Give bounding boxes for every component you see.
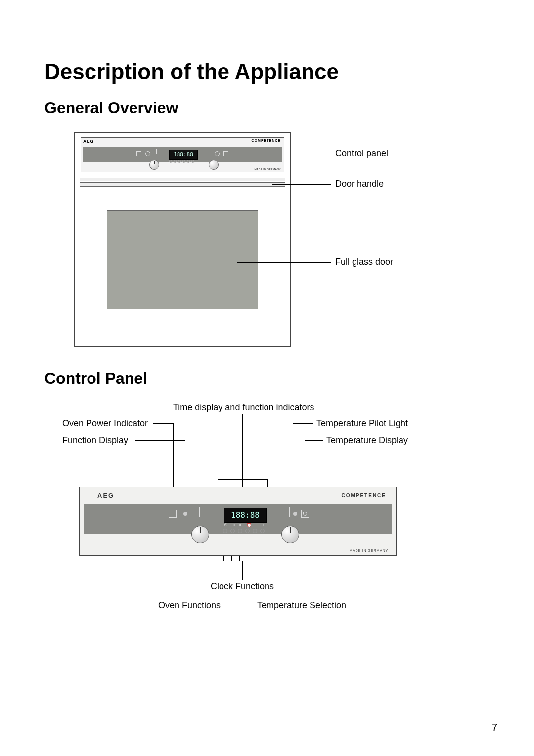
function-indicator-row: ⏲⇥⇤⏰−+ xyxy=(224,523,264,527)
leader-line xyxy=(305,440,323,441)
page-title: Description of the Appliance xyxy=(44,59,499,84)
clock-function-buttons xyxy=(223,529,265,533)
right-rule xyxy=(499,30,499,736)
function-display-icon xyxy=(183,512,187,516)
temperature-pilot-light-icon xyxy=(293,512,297,516)
label-temperature-selection: Temperature Selection xyxy=(257,600,346,611)
made-in-label: MADE IN GERMANY xyxy=(349,549,388,552)
section-control-panel: Control Panel xyxy=(44,369,499,388)
label-temperature-pilot-light: Temperature Pilot Light xyxy=(316,418,408,429)
tick-mark xyxy=(156,149,157,154)
lcd-display: 188:88 xyxy=(169,150,198,160)
figure-general-overview: AEG COMPETENCE 188:88 MADE IN GERMANY Co… xyxy=(74,132,460,350)
leader-line xyxy=(237,262,331,263)
callout-door-handle: Door handle xyxy=(335,179,384,189)
label-oven-power-indicator: Oven Power Indicator xyxy=(62,418,148,429)
label-temperature-display: Temperature Display xyxy=(326,435,408,445)
function-dot-icon xyxy=(145,151,150,156)
clock-buttons-row xyxy=(169,160,194,163)
time-display: 188:88 xyxy=(224,508,267,523)
leader-line xyxy=(272,184,331,185)
brand-aeg: AEG xyxy=(83,139,94,144)
label-function-display: Function Display xyxy=(62,435,128,445)
function-knob xyxy=(149,160,159,170)
temp-indicator-icon xyxy=(223,151,228,156)
figure-control-panel: Time display and function indicators Ove… xyxy=(59,402,485,620)
temperature-selection-knob xyxy=(281,526,299,543)
tick-row xyxy=(223,556,263,561)
leader-line xyxy=(262,154,331,154)
control-panel-diagram: AEG COMPETENCE 188:88 ⏲⇥⇤⏰−+ MADE IN GER… xyxy=(79,487,397,556)
leader-line xyxy=(200,551,200,600)
leader-line xyxy=(293,423,313,424)
full-glass-door xyxy=(107,210,258,309)
oven-outline: AEG COMPETENCE 188:88 MADE IN GERMANY xyxy=(74,132,291,347)
leader-line xyxy=(290,551,290,600)
top-rule xyxy=(44,34,499,34)
page-number: 7 xyxy=(492,722,497,733)
tick-mark xyxy=(210,149,210,154)
leader-line xyxy=(153,423,173,424)
label-clock-functions: Clock Functions xyxy=(211,581,274,592)
oven-control-panel: AEG COMPETENCE 188:88 MADE IN GERMANY xyxy=(81,137,284,172)
oven-door xyxy=(80,178,285,339)
oven-power-indicator-icon xyxy=(169,510,177,518)
door-handle xyxy=(80,178,285,188)
zero-tick xyxy=(289,507,290,517)
made-in-label: MADE IN GERMANY xyxy=(254,168,281,171)
zero-tick xyxy=(199,507,200,517)
temperature-display-icon xyxy=(301,510,309,518)
brand-aeg: AEG xyxy=(97,492,114,499)
label-oven-functions: Oven Functions xyxy=(158,600,221,611)
leader-line xyxy=(242,561,243,580)
oven-functions-knob xyxy=(191,526,209,543)
pilot-dot-icon xyxy=(215,151,220,156)
brand-competence: COMPETENCE xyxy=(341,493,386,498)
label-time-display: Time display and function indicators xyxy=(173,402,314,413)
power-indicator-icon xyxy=(136,151,141,156)
callout-full-glass-door: Full glass door xyxy=(335,257,393,267)
section-general-overview: General Overview xyxy=(44,99,499,117)
leader-line xyxy=(135,440,185,441)
brand-competence: COMPETENCE xyxy=(252,139,281,142)
temperature-knob xyxy=(209,160,219,170)
callout-control-panel: Control panel xyxy=(335,148,388,159)
